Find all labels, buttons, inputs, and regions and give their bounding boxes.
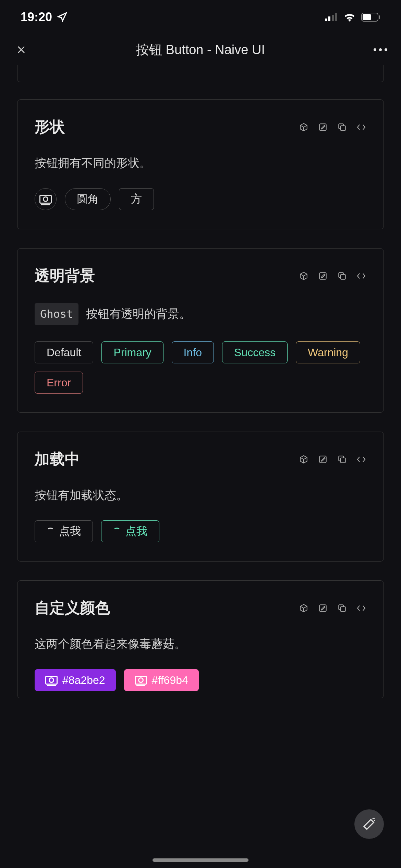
card-partial bbox=[17, 65, 384, 82]
copy-icon[interactable] bbox=[337, 122, 347, 132]
card-actions bbox=[299, 603, 366, 613]
card-ghost: 透明背景 Ghost 按钮有透明的背景。 Default Primary Inf… bbox=[17, 248, 384, 413]
edit-icon[interactable] bbox=[318, 271, 328, 281]
card-description: 按钮拥有不同的形状。 bbox=[35, 154, 366, 172]
card-header: 透明背景 bbox=[35, 266, 366, 286]
edit-icon[interactable] bbox=[318, 454, 328, 465]
svg-rect-8 bbox=[341, 125, 345, 130]
svg-rect-0 bbox=[325, 19, 327, 21]
svg-rect-10 bbox=[341, 274, 345, 279]
svg-rect-1 bbox=[328, 16, 330, 21]
spinner-icon bbox=[47, 528, 54, 535]
card-actions bbox=[299, 271, 366, 281]
edit-icon[interactable] bbox=[318, 122, 328, 132]
custom-color-button-purple[interactable]: #8a2be2 bbox=[35, 669, 116, 691]
theme-fab[interactable] bbox=[354, 809, 384, 839]
money-icon bbox=[39, 195, 52, 204]
success-button[interactable]: Success bbox=[222, 341, 288, 363]
default-button[interactable]: Default bbox=[35, 341, 93, 363]
dot-icon bbox=[385, 48, 387, 51]
card-title: 自定义颜色 bbox=[35, 598, 110, 618]
svg-rect-14 bbox=[341, 606, 345, 611]
card-actions bbox=[299, 122, 366, 132]
close-icon bbox=[15, 44, 27, 56]
cellular-icon bbox=[325, 13, 338, 21]
box-icon[interactable] bbox=[299, 603, 309, 613]
card-actions bbox=[299, 454, 366, 465]
copy-icon[interactable] bbox=[337, 271, 347, 281]
dot-icon bbox=[374, 48, 376, 51]
spinner-icon bbox=[113, 528, 121, 535]
dot-icon bbox=[379, 48, 382, 51]
status-left: 19:20 bbox=[21, 10, 67, 24]
money-icon bbox=[45, 676, 58, 685]
square-button[interactable]: 方 bbox=[119, 188, 154, 210]
card-header: 形状 bbox=[35, 117, 366, 137]
status-bar: 19:20 bbox=[0, 0, 401, 34]
money-icon bbox=[135, 676, 147, 685]
edit-icon[interactable] bbox=[318, 603, 328, 613]
button-row: Default Primary Info Success Warning Err… bbox=[35, 341, 366, 394]
location-icon bbox=[57, 12, 67, 22]
box-icon[interactable] bbox=[299, 454, 309, 465]
error-button[interactable]: Error bbox=[35, 372, 83, 394]
content: 形状 按钮拥有不同的形状。 圆角 方 透明背景 G bbox=[0, 65, 401, 698]
code-icon[interactable] bbox=[356, 271, 366, 281]
svg-rect-12 bbox=[341, 458, 345, 462]
box-icon[interactable] bbox=[299, 271, 309, 281]
page-title: 按钮 Button - Naive UI bbox=[136, 41, 265, 59]
svg-rect-3 bbox=[335, 13, 337, 21]
status-right bbox=[325, 13, 380, 22]
battery-icon bbox=[361, 13, 380, 22]
info-button[interactable]: Info bbox=[172, 341, 214, 363]
wand-icon bbox=[362, 817, 376, 831]
svg-rect-2 bbox=[332, 15, 334, 21]
card-header: 加载中 bbox=[35, 449, 366, 469]
home-indicator[interactable] bbox=[153, 858, 248, 862]
card-title: 透明背景 bbox=[35, 266, 95, 286]
button-label: #8a2be2 bbox=[62, 674, 105, 687]
close-button[interactable] bbox=[14, 42, 29, 57]
card-title: 形状 bbox=[35, 117, 65, 137]
desc-text: 按钮有透明的背景。 bbox=[86, 307, 191, 320]
status-time: 19:20 bbox=[21, 10, 52, 24]
card-description: 这两个颜色看起来像毒蘑菇。 bbox=[35, 635, 366, 653]
button-label: #ff69b4 bbox=[152, 674, 188, 687]
card-title: 加载中 bbox=[35, 449, 80, 469]
box-icon[interactable] bbox=[299, 122, 309, 132]
card-loading: 加载中 按钮有加载状态。 点我 点我 bbox=[17, 432, 384, 562]
loading-button-primary[interactable]: 点我 bbox=[101, 520, 159, 542]
copy-icon[interactable] bbox=[337, 603, 347, 613]
button-row: 圆角 方 bbox=[35, 188, 366, 210]
loading-button-default[interactable]: 点我 bbox=[35, 520, 93, 542]
card-description: Ghost 按钮有透明的背景。 bbox=[35, 303, 366, 325]
header: 按钮 Button - Naive UI bbox=[0, 34, 401, 65]
card-shape: 形状 按钮拥有不同的形状。 圆角 方 bbox=[17, 99, 384, 229]
copy-icon[interactable] bbox=[337, 454, 347, 465]
svg-rect-6 bbox=[379, 15, 380, 19]
svg-rect-5 bbox=[363, 14, 371, 20]
card-header: 自定义颜色 bbox=[35, 598, 366, 618]
card-custom-color: 自定义颜色 这两个颜色看起来像毒蘑菇。 #8a2be2 #ff69b4 bbox=[17, 580, 384, 698]
card-description: 按钮有加载状态。 bbox=[35, 486, 366, 504]
button-label: 点我 bbox=[59, 524, 81, 539]
round-button[interactable]: 圆角 bbox=[65, 188, 111, 210]
wifi-icon bbox=[343, 13, 356, 22]
button-row: 点我 点我 bbox=[35, 520, 366, 542]
custom-color-button-pink[interactable]: #ff69b4 bbox=[124, 669, 199, 691]
code-icon[interactable] bbox=[356, 122, 366, 132]
button-label: 点我 bbox=[125, 524, 147, 539]
button-row: #8a2be2 #ff69b4 bbox=[35, 669, 366, 691]
warning-button[interactable]: Warning bbox=[296, 341, 360, 363]
code-icon[interactable] bbox=[356, 454, 366, 465]
primary-button[interactable]: Primary bbox=[101, 341, 163, 363]
code-icon[interactable] bbox=[356, 603, 366, 613]
circle-button[interactable] bbox=[35, 188, 57, 210]
code-chip: Ghost bbox=[35, 303, 78, 325]
more-button[interactable] bbox=[374, 48, 387, 51]
